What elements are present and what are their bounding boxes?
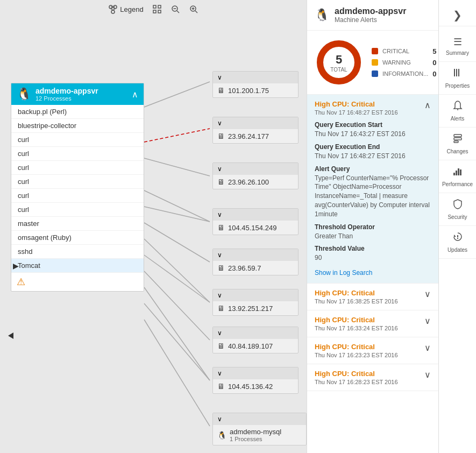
svg-line-25 bbox=[144, 271, 210, 340]
fit-button[interactable] bbox=[152, 4, 162, 14]
zoom-out-button[interactable] bbox=[170, 4, 180, 14]
remote-node-header-0[interactable]: ∨ bbox=[213, 72, 298, 83]
process-item-omsagent[interactable]: omsagent (Ruby) bbox=[11, 231, 144, 245]
svg-rect-7 bbox=[158, 5, 161, 8]
svg-point-3 bbox=[111, 10, 115, 13]
process-item-backup[interactable]: backup.pl (Perl) bbox=[11, 105, 144, 119]
remote-node-5: ∨ 🖥 13.92.251.217 bbox=[212, 289, 299, 316]
process-item-curl-4[interactable]: curl bbox=[11, 175, 144, 189]
remote-node-header-1[interactable]: ∨ bbox=[213, 117, 298, 129]
svg-line-23 bbox=[144, 239, 210, 302]
process-item-tomcat[interactable]: ▶ Tomcat bbox=[11, 259, 144, 273]
process-item-curl-1[interactable]: curl bbox=[11, 133, 144, 147]
linux-icon-8: 🐧 bbox=[217, 431, 226, 440]
process-item-curl-2[interactable]: curl bbox=[11, 147, 144, 161]
query-start-value: Thu Nov 17 16:43:27 EST 2016 bbox=[315, 130, 431, 139]
alert-item-2[interactable]: High CPU: Critical Thu Nov 17 16:33:24 E… bbox=[307, 310, 438, 337]
detail-linux-icon: 🐧 bbox=[315, 8, 329, 22]
monitor-icon-6: 🖥 bbox=[217, 342, 225, 350]
show-log-search-link[interactable]: Show in Log Search bbox=[315, 269, 372, 277]
remote-node-header-3[interactable]: ∨ bbox=[213, 209, 298, 221]
sidebar-item-summary[interactable]: ☰ Summary bbox=[439, 31, 476, 62]
alert-expand-btn-2[interactable]: ∨ bbox=[424, 316, 431, 326]
process-item-curl-3[interactable]: curl bbox=[11, 161, 144, 175]
back-arrow[interactable]: ❯ bbox=[453, 9, 462, 22]
sidebar-item-properties[interactable]: Properties bbox=[439, 62, 476, 95]
remote-node-header-2[interactable]: ∨ bbox=[213, 163, 298, 175]
process-item-bluestripe[interactable]: bluestripe-collector bbox=[11, 119, 144, 133]
zoom-in-button[interactable] bbox=[189, 4, 198, 14]
alert-header-0[interactable]: High CPU: Critical Thu Nov 17 16:48:27 E… bbox=[307, 95, 438, 121]
svg-line-5 bbox=[113, 9, 115, 10]
svg-line-20 bbox=[144, 190, 210, 222]
alerts-list: High CPU: Critical Thu Nov 17 16:48:27 E… bbox=[307, 95, 438, 453]
security-label: Security bbox=[447, 214, 467, 220]
svg-rect-36 bbox=[454, 135, 461, 137]
alert-header-4[interactable]: High CPU: Critical Thu Nov 17 16:28:23 E… bbox=[307, 364, 438, 391]
svg-rect-33 bbox=[456, 69, 457, 76]
svg-rect-42 bbox=[460, 169, 461, 175]
process-item-curl-5[interactable]: curl bbox=[11, 189, 144, 203]
legend-warning: WARNING 0 bbox=[372, 59, 438, 67]
svg-rect-9 bbox=[158, 10, 161, 13]
updates-icon bbox=[452, 231, 463, 245]
legend-button[interactable]: Legend bbox=[108, 4, 143, 14]
properties-label: Properties bbox=[445, 83, 470, 89]
machine-subtitle: Machine Alerts bbox=[335, 16, 406, 24]
remote-node-2: ∨ 🖥 23.96.26.100 bbox=[212, 162, 299, 189]
process-item-curl-6[interactable]: curl bbox=[11, 203, 144, 217]
alert-item-1[interactable]: High CPU: Critical Thu Nov 17 16:38:25 E… bbox=[307, 284, 438, 310]
alert-item-0[interactable]: High CPU: Critical Thu Nov 17 16:48:27 E… bbox=[307, 95, 438, 284]
svg-line-17 bbox=[144, 82, 210, 107]
monitor-icon-2: 🖥 bbox=[217, 178, 225, 186]
alert-expand-btn-3[interactable]: ∨ bbox=[424, 343, 431, 353]
alert-time-4: Thu Nov 17 16:28:23 EST 2016 bbox=[315, 379, 398, 385]
sidebar-item-alerts[interactable]: Alerts bbox=[439, 95, 476, 128]
remote-node-6: ∨ 🖥 40.84.189.107 bbox=[212, 327, 299, 353]
alert-header-3[interactable]: High CPU: Critical Thu Nov 17 16:23:23 E… bbox=[307, 337, 438, 364]
svg-line-12 bbox=[177, 11, 179, 13]
main-node: 🐧 admdemo-appsvr 12 Processes ∧ backup.p… bbox=[11, 83, 144, 292]
alert-title-3: High CPU: Critical bbox=[315, 343, 398, 351]
sidebar-item-security[interactable]: Security bbox=[439, 193, 476, 226]
sidebar-item-performance[interactable]: Performance bbox=[439, 160, 476, 193]
node-collapse-button[interactable]: ∧ bbox=[132, 89, 138, 100]
collapse-icon-0: ∨ bbox=[217, 74, 222, 81]
remote-node-body-3: 🖥 104.45.154.249 bbox=[213, 221, 298, 235]
remote-node-ip-6: 40.84.189.107 bbox=[228, 342, 273, 350]
collapse-icon-4: ∨ bbox=[217, 251, 222, 259]
donut-total-label: TOTAL bbox=[330, 67, 347, 73]
alert-header-1[interactable]: High CPU: Critical Thu Nov 17 16:38:25 E… bbox=[307, 284, 438, 310]
remote-node-body-6: 🖥 40.84.189.107 bbox=[213, 339, 298, 353]
sidebar-item-changes[interactable]: Changes bbox=[439, 128, 476, 160]
alert-item-3[interactable]: High CPU: Critical Thu Nov 17 16:23:23 E… bbox=[307, 337, 438, 364]
node-header[interactable]: 🐧 admdemo-appsvr 12 Processes ∧ bbox=[11, 83, 144, 105]
donut-total-number: 5 bbox=[330, 53, 347, 67]
svg-rect-44 bbox=[457, 235, 458, 237]
remote-node-header-8[interactable]: ∨ bbox=[213, 413, 306, 425]
collapse-icon-3: ∨ bbox=[217, 211, 222, 218]
process-item-master[interactable]: master bbox=[11, 217, 144, 231]
threshold-val-row: Threshold Value 90 bbox=[315, 245, 431, 263]
summary-label: Summary bbox=[446, 50, 469, 56]
alert-expand-btn-1[interactable]: ∨ bbox=[424, 289, 431, 299]
side-nav: ❯ ☰ Summary Properties Aler bbox=[438, 0, 476, 453]
critical-dot bbox=[372, 48, 378, 54]
alert-time-3: Thu Nov 17 16:23:23 EST 2016 bbox=[315, 352, 398, 358]
process-item-sshd[interactable]: sshd bbox=[11, 245, 144, 259]
alert-expand-btn-4[interactable]: ∨ bbox=[424, 370, 431, 380]
svg-rect-6 bbox=[153, 5, 156, 8]
svg-line-18 bbox=[144, 129, 210, 142]
alert-expand-btn-0[interactable]: ∧ bbox=[424, 100, 431, 110]
svg-line-26 bbox=[144, 287, 210, 380]
remote-node-0: ∨ 🖥 101.200.1.75 bbox=[212, 71, 299, 98]
alert-header-2[interactable]: High CPU: Critical Thu Nov 17 16:33:24 E… bbox=[307, 310, 438, 337]
remote-node-header-4[interactable]: ∨ bbox=[213, 249, 298, 261]
remote-node-header-7[interactable]: ∨ bbox=[213, 367, 298, 379]
alert-item-4[interactable]: High CPU: Critical Thu Nov 17 16:28:23 E… bbox=[307, 364, 438, 391]
remote-node-header-5[interactable]: ∨ bbox=[213, 289, 298, 301]
remote-node-header-6[interactable]: ∨ bbox=[213, 327, 298, 339]
warning-label: WARNING bbox=[382, 59, 428, 66]
sidebar-item-updates[interactable]: Updates bbox=[439, 226, 476, 259]
query-end-row: Query Execution End Thu Nov 17 16:48:27 … bbox=[315, 143, 431, 161]
